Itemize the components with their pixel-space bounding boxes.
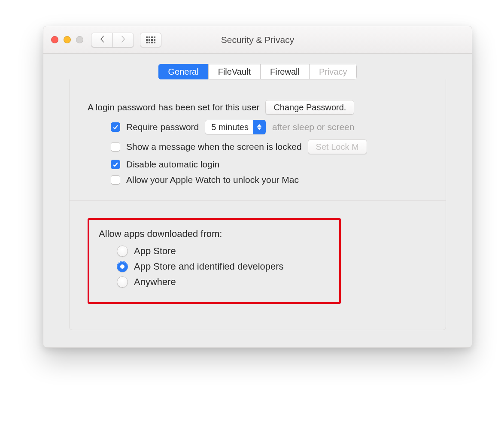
change-password-button[interactable]: Change Password. bbox=[265, 100, 354, 115]
preferences-window: Security & Privacy General FileVault Fir… bbox=[43, 26, 472, 348]
require-password-delay-value: 5 minutes bbox=[211, 122, 249, 132]
require-password-checkbox[interactable] bbox=[111, 122, 120, 132]
tab-general[interactable]: General bbox=[158, 64, 208, 79]
back-button[interactable] bbox=[91, 33, 112, 47]
radio-app-store-label: App Store bbox=[134, 246, 176, 257]
show-lock-message-checkbox[interactable] bbox=[111, 142, 120, 152]
gatekeeper-title: Allow apps downloaded from: bbox=[99, 228, 328, 240]
titlebar: Security & Privacy bbox=[43, 26, 472, 54]
login-password-set-label: A login password has been set for this u… bbox=[88, 102, 259, 112]
tab-bar: General FileVault Firewall Privacy bbox=[158, 64, 357, 79]
zoom-window-button[interactable] bbox=[76, 36, 83, 43]
tab-firewall[interactable]: Firewall bbox=[260, 64, 309, 79]
radio-identified-developers-label: App Store and identified developers bbox=[134, 261, 284, 272]
divider bbox=[70, 200, 446, 201]
tab-privacy[interactable]: Privacy bbox=[309, 64, 357, 79]
stepper-icon bbox=[253, 120, 266, 134]
nav-back-forward bbox=[91, 33, 134, 47]
chevron-right-icon bbox=[120, 35, 126, 44]
gatekeeper-highlight: Allow apps downloaded from: App Store Ap… bbox=[88, 218, 341, 304]
general-panel: A login password has been set for this u… bbox=[69, 79, 446, 330]
show-all-button[interactable] bbox=[140, 33, 161, 47]
window-controls bbox=[51, 36, 83, 43]
grid-icon bbox=[146, 36, 155, 43]
radio-identified-developers[interactable] bbox=[117, 261, 128, 272]
require-password-delay-select[interactable]: 5 minutes bbox=[205, 120, 266, 134]
radio-anywhere-label: Anywhere bbox=[134, 276, 176, 288]
require-password-label: Require password bbox=[126, 122, 199, 132]
forward-button[interactable] bbox=[112, 33, 134, 47]
minimize-window-button[interactable] bbox=[64, 36, 71, 43]
window-body: General FileVault Firewall Privacy A log… bbox=[43, 54, 472, 347]
disable-auto-login-label: Disable automatic login bbox=[126, 159, 219, 170]
apple-watch-unlock-checkbox[interactable] bbox=[111, 175, 120, 185]
disable-auto-login-checkbox[interactable] bbox=[111, 160, 120, 169]
show-lock-message-label: Show a message when the screen is locked bbox=[126, 142, 302, 152]
close-window-button[interactable] bbox=[51, 36, 58, 43]
after-sleep-label: after sleep or screen bbox=[272, 122, 354, 132]
radio-anywhere[interactable] bbox=[117, 276, 128, 288]
chevron-left-icon bbox=[99, 35, 105, 44]
tab-filevault[interactable]: FileVault bbox=[208, 64, 260, 79]
apple-watch-unlock-label: Allow your Apple Watch to unlock your Ma… bbox=[126, 175, 299, 185]
radio-app-store[interactable] bbox=[117, 246, 128, 257]
set-lock-message-button[interactable]: Set Lock M bbox=[308, 140, 367, 154]
